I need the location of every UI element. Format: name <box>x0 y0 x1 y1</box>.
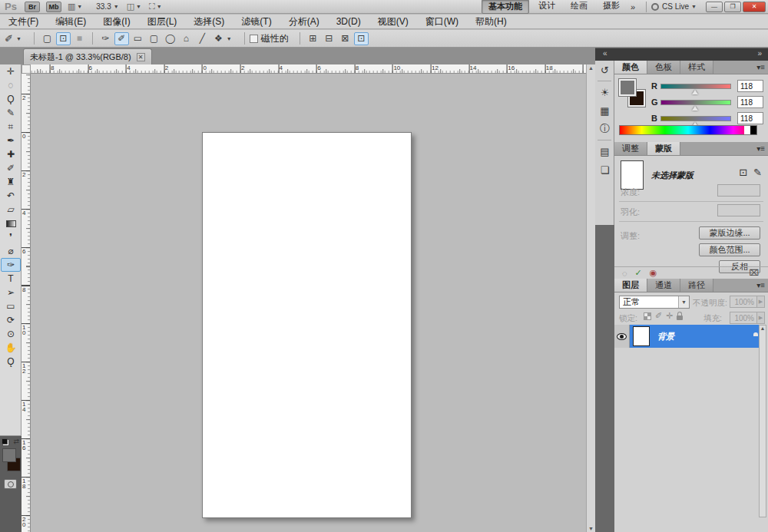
scroll-down-icon[interactable]: ▼ <box>588 526 594 531</box>
clone-stamp-tool[interactable]: ♜ <box>1 175 21 189</box>
exclude-path-button[interactable]: ⊡ <box>354 32 369 45</box>
chevron-down-icon[interactable]: ▼ <box>114 4 119 9</box>
chevron-down-icon[interactable]: ▼ <box>136 4 141 9</box>
workspace-button[interactable]: 基本功能 <box>482 0 529 14</box>
document-canvas[interactable] <box>202 132 412 518</box>
channel-slider[interactable] <box>660 100 731 105</box>
gradient-tool[interactable] <box>1 216 21 230</box>
lock-transparency-icon[interactable] <box>644 312 651 320</box>
delete-mask-icon[interactable]: ⌧ <box>749 268 759 278</box>
collapse-panels-button[interactable]: » <box>757 49 762 58</box>
polygon-tool-button[interactable]: ⌂ <box>179 32 194 45</box>
workspace-button[interactable]: 设计 <box>532 0 561 14</box>
blur-tool[interactable]: ❜ <box>1 230 21 244</box>
scroll-up-icon[interactable]: ▲ <box>588 65 594 71</box>
channel-value-input[interactable]: 118 <box>737 112 763 124</box>
slider-thumb[interactable] <box>692 106 698 111</box>
panel-menu-icon[interactable]: ▾≡ <box>756 63 765 71</box>
visibility-toggle[interactable] <box>614 325 630 348</box>
tab-通道[interactable]: 通道 <box>647 279 680 292</box>
menu-item[interactable]: 窗口(W) <box>417 15 467 28</box>
blend-mode-select[interactable]: 正常 ▼ <box>619 296 690 309</box>
quick-mask-button[interactable] <box>4 479 17 489</box>
swap-colors-icon[interactable]: ⇄ <box>13 438 19 445</box>
menu-item[interactable]: 图像(I) <box>94 15 138 28</box>
freeform-pen-tool-button[interactable]: ✐ <box>114 32 129 45</box>
workspace-button[interactable]: 绘画 <box>564 0 594 14</box>
quick-selection-tool[interactable]: ✎ <box>1 106 21 120</box>
panel-menu-icon[interactable]: ▾≡ <box>756 144 765 153</box>
horizontal-ruler[interactable]: 8642024681012141618 <box>31 64 586 74</box>
line-tool-button[interactable]: ╱ <box>195 32 210 45</box>
menu-item[interactable]: 3D(D) <box>328 16 369 27</box>
layer-name[interactable]: 背景 <box>657 331 674 342</box>
marquee-tool[interactable]: ◌ <box>1 78 21 92</box>
minimize-button[interactable]: — <box>706 2 723 12</box>
magnetic-checkbox[interactable] <box>250 35 258 43</box>
spot-healing-tool[interactable]: ✚ <box>1 147 21 161</box>
rectangle-tool-button[interactable]: ▭ <box>131 32 145 45</box>
layer-comps-panel-icon[interactable]: ❏ <box>595 160 614 179</box>
custom-shape-tool-button[interactable]: ❖ <box>211 32 226 45</box>
cs-live-button[interactable]: CS Live ▼ <box>651 2 697 11</box>
layers-scrollbar[interactable]: ▲ <box>759 325 766 517</box>
layer-row-background[interactable]: 背景 <box>614 325 759 348</box>
document-tab[interactable]: 未标题-1 @ 33.3%(RGB/8) ✕ <box>23 48 152 64</box>
workspace-overflow-button[interactable]: » <box>631 2 635 12</box>
bridge-button[interactable]: Br <box>25 2 40 12</box>
menu-item[interactable]: 分析(A) <box>280 15 328 28</box>
lock-all-icon[interactable] <box>677 316 683 320</box>
foreground-color-swatch[interactable] <box>619 79 636 96</box>
tab-图层[interactable]: 图层 <box>614 279 647 292</box>
vertical-scrollbar[interactable]: ▲ ▼ <box>586 64 595 532</box>
eraser-tool[interactable]: ▱ <box>1 203 21 216</box>
apply-mask-icon[interactable]: ✓ <box>635 268 642 278</box>
zoom-tool[interactable]: Ǫ <box>1 355 21 368</box>
3d-orbit-tool[interactable]: ⊙ <box>1 327 21 341</box>
add-to-path-button[interactable]: ⊞ <box>306 32 320 45</box>
subtract-from-path-button[interactable]: ⊟ <box>322 32 336 45</box>
ellipse-tool-button[interactable]: ◯ <box>163 32 177 45</box>
tab-样式[interactable]: 样式 <box>680 61 713 74</box>
view-extras-icon[interactable]: ▥ <box>68 2 75 12</box>
move-tool[interactable]: ✛ <box>1 64 21 78</box>
3d-rotate-tool[interactable]: ⟳ <box>1 313 21 327</box>
channel-slider[interactable] <box>660 116 731 121</box>
brush-tool[interactable]: ✐ <box>1 161 21 175</box>
channel-value-input[interactable]: 118 <box>737 80 763 92</box>
hand-tool[interactable]: ✋ <box>1 341 21 355</box>
paths-button[interactable]: ⊡ <box>56 32 71 45</box>
tool-preset-picker[interactable]: ✐ ▼ <box>5 33 29 45</box>
vertical-ruler[interactable]: 202468101214161820 <box>22 74 31 532</box>
tab-路径[interactable]: 路径 <box>680 279 713 292</box>
properties-panel-icon[interactable]: ▤ <box>595 142 614 160</box>
menu-item[interactable]: 选择(S) <box>185 15 233 28</box>
tab-颜色[interactable]: 颜色 <box>614 61 647 74</box>
dodge-tool[interactable]: ⌀ <box>1 244 21 258</box>
load-selection-from-mask-icon[interactable]: ◌ <box>622 269 627 278</box>
type-tool[interactable]: T <box>1 272 21 286</box>
rounded-rectangle-tool-button[interactable]: ▢ <box>147 32 161 45</box>
chevron-down-icon[interactable]: ▼ <box>157 4 162 9</box>
path-selection-tool[interactable]: ➢ <box>1 286 21 299</box>
layer-thumbnail[interactable] <box>633 326 650 346</box>
lasso-tool[interactable]: Ϙ <box>1 92 21 106</box>
pen-tool[interactable]: ✑ <box>1 258 21 272</box>
channel-value-input[interactable]: 118 <box>737 96 763 108</box>
shape-tool[interactable]: ▭ <box>1 299 21 313</box>
restore-button[interactable]: ❐ <box>724 2 741 12</box>
white-swatch[interactable] <box>744 126 750 134</box>
panel-menu-icon[interactable]: ▾≡ <box>756 281 765 289</box>
info-panel-icon[interactable]: ⓘ <box>595 120 614 138</box>
disable-mask-icon[interactable]: ◉ <box>650 268 657 278</box>
lock-position-icon[interactable]: ✛ <box>666 311 673 321</box>
pen-tool-button[interactable]: ✑ <box>98 32 113 45</box>
tab-调整[interactable]: 调整 <box>614 142 647 155</box>
close-document-icon[interactable]: ✕ <box>137 53 145 61</box>
collapse-icon-strip-button[interactable]: « <box>603 49 607 58</box>
color-spectrum-ramp[interactable] <box>619 125 757 135</box>
add-pixel-mask-icon[interactable]: ⊡ <box>739 167 747 178</box>
lock-pixels-icon[interactable]: ✐ <box>655 311 662 321</box>
arrange-documents-icon[interactable]: ◫ <box>127 2 134 12</box>
pasteboard[interactable] <box>31 74 586 532</box>
